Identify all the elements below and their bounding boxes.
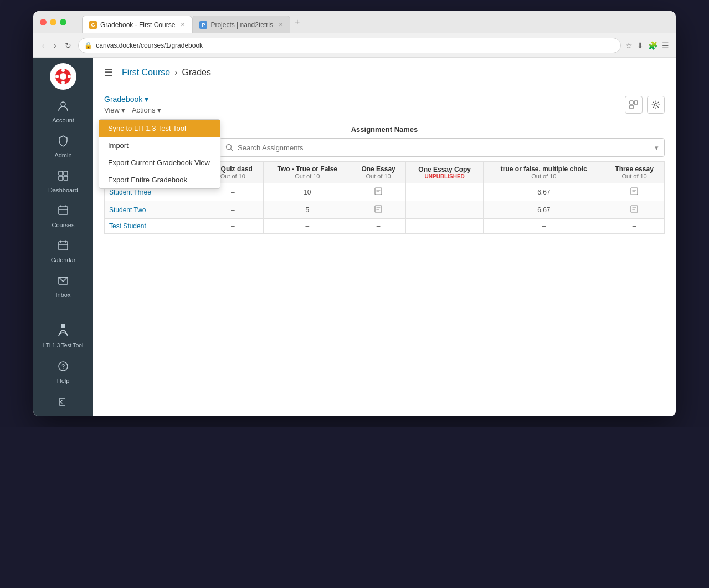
sidebar-item-help[interactable]: ? Help [51,355,75,390]
lti-icon [53,320,73,340]
minimize-button[interactable] [50,19,56,25]
col-label-true-false: Two - True or False [268,165,346,173]
col-header-three-essay: Three essay Out of 10 [604,162,665,183]
hamburger-menu[interactable]: ☰ [104,67,113,79]
three-essay-cell-0 [604,183,665,201]
breadcrumb-course-link[interactable]: First Course [122,68,170,78]
tab-label-gradebook: Gradebook - First Course [100,21,175,29]
svg-rect-18 [634,101,638,104]
three-essay-cell-2: – [604,219,665,234]
gradebook-left: Gradebook ▾ View ▾ Actions ▾ [104,95,161,114]
sidebar-label-courses: Courses [52,222,75,228]
svg-rect-24 [375,206,382,212]
student-name-cell[interactable]: Test Student [105,219,202,234]
essay-copy-cell-1 [405,201,484,219]
gradebook-title-text: Gradebook [104,95,142,104]
svg-point-6 [61,102,65,106]
new-tab-button[interactable]: + [290,17,304,27]
lock-icon: 🔒 [84,42,93,49]
sidebar-item-inbox[interactable]: Inbox [33,269,93,304]
back-button[interactable]: ‹ [40,39,47,52]
table-row: Test Student – – – [105,219,665,234]
dashboard-icon [57,170,69,185]
browser-icons: ☆ ⬇ 🧩 ☰ [625,41,669,50]
courses-icon [57,204,69,219]
download-icon[interactable]: ⬇ [637,41,644,50]
sidebar-item-courses[interactable]: Courses [33,199,93,234]
col-label-one-essay: One Essay [356,165,401,173]
svg-rect-8 [64,171,68,175]
svg-rect-11 [59,207,68,214]
svg-rect-9 [59,176,63,180]
col-label-three-essay: Three essay [609,165,660,173]
search-assignments-input[interactable] [238,144,650,152]
sidebar: Account Admin [33,58,93,416]
dropdown-item-import[interactable]: Import [99,137,220,154]
view-button[interactable]: View ▾ [104,106,125,114]
bookmark-icon[interactable]: ☆ [625,41,633,50]
true-false-cell-0: 10 [264,183,351,201]
dropdown-item-sync-lti[interactable]: Sync to LTI 1.3 Test Tool [99,120,220,137]
sidebar-item-admin[interactable]: Admin [33,129,93,164]
col-unpublished-badge: UNPUBLISHED [410,173,479,180]
col-sub-one-essay: Out of 10 [356,173,401,180]
tab-projects[interactable]: P Projects | nand2tetris ✕ [192,16,290,33]
submission-icon [374,204,383,213]
breadcrumb: ☰ First Course › Grades [93,58,676,88]
svg-rect-25 [631,206,638,212]
student-name-cell[interactable]: Student Two [105,201,202,219]
traffic-lights [40,19,66,25]
svg-point-3 [61,81,65,84]
actions-dropdown-container: Actions ▾ Sync to LTI 1.3 Test Tool Impo… [132,106,161,114]
menu-icon[interactable]: ☰ [662,41,669,50]
forward-button[interactable]: › [52,39,59,52]
actions-arrow: ▾ [157,106,161,114]
multiple-choice-cell-1: 6.67 [484,201,604,219]
svg-rect-23 [631,188,638,195]
calendar-icon [57,239,69,254]
tab-label-projects: Projects | nand2tetris [210,21,273,29]
sidebar-label-dashboard: Dashboard [48,187,78,193]
tab-close-gradebook[interactable]: ✕ [181,22,185,28]
col-header-one-essay: One Essay Out of 10 [351,162,406,183]
sidebar-item-account[interactable]: Account [33,94,93,129]
breadcrumb-separator: › [174,68,177,78]
submission-icon [630,187,639,196]
gradebook-title[interactable]: Gradebook ▾ [104,95,161,104]
individual-view-button[interactable] [625,96,643,114]
sidebar-item-calendar[interactable]: Calendar [33,234,93,269]
one-essay-cell-1 [351,201,406,219]
sidebar-label-help: Help [57,377,70,384]
col-sub-three-essay: Out of 10 [609,173,660,180]
extensions-icon[interactable]: 🧩 [648,41,657,50]
sidebar-item-lti[interactable]: LTI 1.3 Test Tool [33,315,93,355]
view-label: View [104,106,120,114]
svg-point-2 [61,69,65,72]
tab-gradebook[interactable]: G Gradebook - First Course ✕ [82,16,192,33]
tab-favicon-projects: P [199,21,207,29]
submission-icon [630,204,639,213]
actions-label: Actions [132,106,156,114]
fullscreen-button[interactable] [60,19,66,25]
tab-close-projects[interactable]: ✕ [279,22,283,28]
dropdown-item-export-entire[interactable]: Export Entire Gradebook [99,171,220,188]
col-sub-multiple-choice: Out of 10 [488,173,599,180]
dropdown-item-export-current[interactable]: Export Current Gradebook View [99,154,220,171]
true-false-cell-1: 5 [264,201,351,219]
sidebar-label-inbox: Inbox [56,292,71,298]
quiz-cell-1: – [202,201,264,219]
sidebar-item-dashboard[interactable]: Dashboard [33,164,93,199]
col-label-multiple-choice: true or false, multiple choic [488,165,599,173]
table-row: Student Two – 5 [105,201,665,219]
refresh-button[interactable]: ↻ [63,39,74,52]
actions-button[interactable]: Actions ▾ [132,106,161,114]
help-icon: ? [57,360,69,375]
sidebar-collapse-button[interactable] [51,390,75,416]
address-bar[interactable]: 🔒 canvas.docker/courses/1/gradebook [78,38,621,53]
svg-rect-22 [375,188,382,195]
close-button[interactable] [40,19,47,25]
true-false-cell-2: – [264,219,351,234]
settings-button[interactable] [647,96,665,114]
svg-rect-17 [630,101,633,104]
search-assignments-box[interactable]: ▾ [219,138,665,157]
